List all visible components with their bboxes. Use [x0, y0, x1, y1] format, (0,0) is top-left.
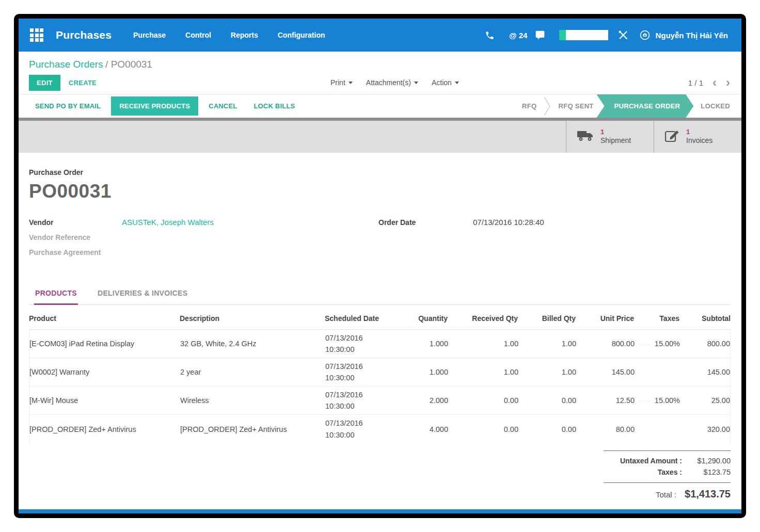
col-subtotal: Subtotal — [679, 314, 731, 323]
form-sheet: Purchase Order PO00031 Vendor ASUSTeK, J… — [19, 153, 741, 509]
breadcrumb-current: PO00031 — [111, 59, 152, 70]
menu-reports[interactable]: Reports — [231, 31, 258, 39]
menu-control[interactable]: Control — [185, 31, 211, 39]
chevron-right-icon — [544, 96, 551, 117]
table-row[interactable]: [M-Wir] Mouse Wireless 07/13/201610:30:0… — [29, 386, 730, 415]
toolbar: EDIT CREATE Print Attachment(s) Action 1… — [19, 71, 741, 94]
page: Purchases Purchase Control Reports Confi… — [0, 0, 760, 532]
progress-bar[interactable] — [559, 30, 608, 40]
untaxed-amount-label: Untaxed Amount : — [620, 457, 682, 465]
stat-button-zone: 1 Shipment 1 Invoices — [19, 121, 741, 153]
chevron-down-icon — [349, 82, 353, 84]
col-scheduled-date: Scheduled Date — [325, 314, 391, 323]
order-date-value: 07/13/2016 10:28:40 — [473, 218, 544, 227]
user-name[interactable]: Nguyễn Thị Hải Yến — [655, 31, 728, 40]
pager: 1 / 1 ‹ › — [688, 76, 730, 89]
invoice-edit-icon — [664, 128, 680, 145]
order-lines-table: Product Description Scheduled Date Quant… — [29, 307, 731, 443]
statusbar-buttons: SEND PO BY EMAIL RECEIVE PRODUCTS CANCEL… — [19, 96, 301, 116]
shipment-label: Shipment — [600, 136, 631, 146]
menu-configuration[interactable]: Configuration — [278, 31, 325, 39]
step-purchase-order[interactable]: PURCHASE ORDER — [597, 94, 694, 118]
taxes-label: Taxes : — [658, 468, 682, 476]
bottom-bar — [19, 509, 741, 513]
cancel-button[interactable]: CANCEL — [202, 98, 243, 115]
action-dropdown[interactable]: Action — [432, 78, 459, 87]
table-row[interactable]: [E-COM03] iPad Retina Display 32 GB, Whi… — [29, 330, 730, 358]
col-taxes: Taxes — [634, 314, 679, 323]
truck-icon — [577, 129, 594, 144]
col-product: Product — [29, 314, 180, 323]
menu-purchase[interactable]: Purchase — [133, 31, 166, 39]
apps-grid-icon[interactable] — [30, 28, 43, 42]
step-locked[interactable]: LOCKED — [693, 94, 741, 118]
purchase-agreement-label: Purchase Agreement — [29, 248, 122, 256]
statusbar: SEND PO BY EMAIL RECEIVE PRODUCTS CANCEL… — [19, 94, 741, 118]
table-row[interactable]: [PROD_ORDER] Zed+ Antivirus [PROD_ORDER]… — [29, 415, 730, 443]
chevron-down-icon — [455, 82, 459, 84]
progress-fill — [559, 30, 566, 40]
po-number-title: PO00031 — [29, 181, 731, 202]
col-received-qty: Received Qty — [448, 314, 518, 323]
lock-bills-button[interactable]: LOCK BILLS — [247, 98, 301, 115]
app-window: Purchases Purchase Control Reports Confi… — [14, 14, 746, 518]
phone-icon[interactable] — [485, 30, 495, 40]
toolbar-center-actions: Print Attachment(s) Action — [330, 78, 459, 87]
total-value: $1,413.75 — [685, 488, 731, 500]
col-quantity: Quantity — [391, 314, 448, 323]
app-title: Purchases — [56, 29, 112, 41]
shipment-stat-button[interactable]: 1 Shipment — [566, 121, 654, 153]
tab-deliveries-invoices[interactable]: DELIVERIES & INVOICES — [97, 284, 188, 304]
top-navbar: Purchases Purchase Control Reports Confi… — [19, 19, 741, 52]
topbar-right: @ 24 Nguyễn Thị Hải Yến — [485, 29, 728, 41]
vendor-reference-label: Vendor Reference — [29, 233, 122, 241]
col-unit-price: Unit Price — [576, 314, 634, 323]
user-avatar-icon[interactable] — [639, 29, 651, 41]
table-row[interactable]: [W0002] Warranty 2 year 07/13/201610:30:… — [29, 358, 730, 386]
top-menu: Purchase Control Reports Configuration — [133, 31, 325, 39]
invoices-label: Invoices — [686, 136, 712, 146]
attachments-dropdown[interactable]: Attachment(s) — [366, 78, 418, 87]
pager-next-icon[interactable]: › — [726, 76, 730, 89]
breadcrumb-parent[interactable]: Purchase Orders — [29, 59, 103, 70]
col-description: Description — [180, 314, 325, 323]
chevron-down-icon — [414, 82, 418, 84]
invoices-stat-button[interactable]: 1 Invoices — [654, 121, 741, 153]
pager-prev-icon[interactable]: ‹ — [712, 76, 717, 89]
send-po-by-email-button[interactable]: SEND PO BY EMAIL — [29, 98, 107, 115]
create-button[interactable]: CREATE — [69, 79, 97, 87]
taxes-value: $123.75 — [689, 468, 731, 476]
untaxed-amount-value: $1,290.00 — [689, 457, 731, 465]
invoices-count: 1 — [686, 128, 712, 136]
messages-badge[interactable]: @ 24 — [509, 31, 527, 40]
step-rfq-sent[interactable]: RFQ SENT — [551, 94, 600, 118]
breadcrumb-separator: / — [105, 59, 111, 70]
sheet-label: Purchase Order — [29, 168, 731, 176]
print-dropdown[interactable]: Print — [330, 78, 353, 87]
step-rfq[interactable]: RFQ — [515, 94, 544, 118]
tools-icon[interactable] — [618, 29, 629, 41]
table-header: Product Description Scheduled Date Quant… — [29, 307, 731, 330]
edit-button[interactable]: EDIT — [29, 75, 60, 91]
form-fields: Vendor ASUSTeK, Joseph Walters Vendor Re… — [29, 218, 731, 263]
tab-products[interactable]: PRODUCTS — [34, 284, 78, 305]
totals-block: Untaxed Amount : $1,290.00 Taxes : $123.… — [604, 450, 731, 500]
pager-count: 1 / 1 — [688, 78, 703, 87]
total-label: Total : — [656, 490, 676, 499]
status-pipeline: RFQ RFQ SENT PURCHASE ORDER LOCKED — [515, 94, 741, 118]
vendor-label: Vendor — [29, 218, 122, 227]
breadcrumb: Purchase Orders / PO00031 — [19, 52, 741, 71]
notebook-tabs: PRODUCTS DELIVERIES & INVOICES — [29, 284, 731, 305]
shipment-count: 1 — [600, 128, 631, 136]
order-date-label: Order Date — [378, 218, 473, 227]
col-billed-qty: Billed Qty — [518, 314, 576, 323]
vendor-value-link[interactable]: ASUSTeK, Joseph Walters — [122, 218, 214, 227]
receive-products-button[interactable]: RECEIVE PRODUCTS — [111, 96, 198, 116]
chat-bubble-icon[interactable] — [534, 30, 546, 40]
